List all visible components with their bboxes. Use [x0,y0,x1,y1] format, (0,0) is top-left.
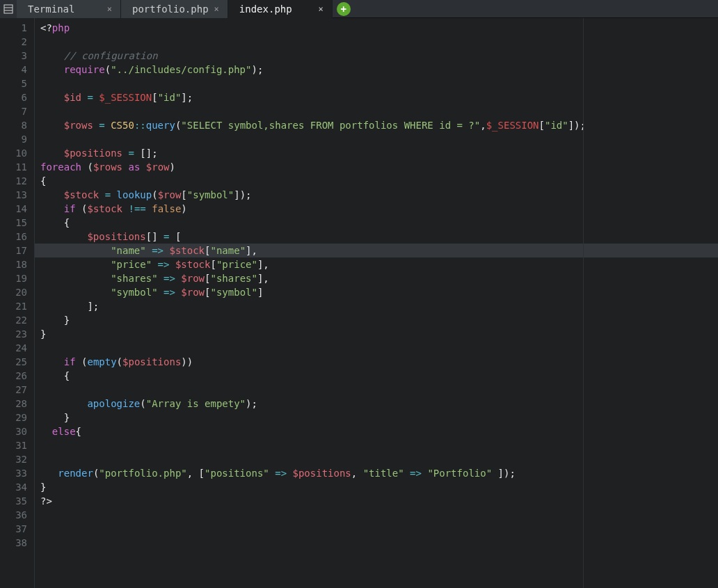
code-line[interactable]: } [40,313,718,327]
code-line[interactable]: $rows = CS50::query("SELECT symbol,share… [40,118,718,132]
code-line[interactable]: foreach ($rows as $row) [40,160,718,174]
code-line[interactable]: } [40,327,718,341]
code-line[interactable] [40,35,718,49]
code-line[interactable]: if (empty($positions)) [40,355,718,369]
svg-rect-0 [4,5,13,13]
line-number: 37 [0,522,27,536]
token-white [269,468,275,479]
new-tab-button[interactable]: + [337,2,351,16]
code-line[interactable] [40,508,718,522]
code-line[interactable] [40,438,718,452]
token-keyword: as [128,161,140,173]
code-line[interactable]: if ($stock !== false) [40,202,718,216]
token-var: $rows [64,120,93,131]
code-line[interactable]: $stock = lookup($row["symbol"]); [40,188,718,202]
token-bool: false [152,203,181,214]
code-line[interactable]: } [40,411,718,424]
code-line[interactable] [40,132,718,146]
token-punct: <? [40,22,52,33]
code-line[interactable]: $positions = []; [40,146,718,160]
line-number: 38 [0,536,27,550]
code-line[interactable]: "symbol" => $row["symbol"] [40,285,718,299]
line-number: 36 [0,508,27,522]
token-punct: ); [246,398,257,409]
code-line[interactable] [40,341,718,355]
line-number: 21 [0,299,27,313]
token-punct: ?> [40,495,52,507]
token-var: $stock [87,203,122,214]
code-line[interactable] [40,104,718,118]
token-punct: { [40,175,46,186]
close-icon[interactable]: × [107,5,112,13]
close-icon[interactable]: × [319,5,324,13]
code-line[interactable]: { [40,216,718,230]
token-punct: [] [146,231,158,242]
token-op: => [152,245,163,256]
token-white [76,356,81,367]
token-punct: , [351,468,363,479]
token-white [146,203,152,214]
line-number: 11 [0,160,27,174]
token-punct: ( [105,64,111,75]
code-line[interactable]: $positions[] = [ [40,230,718,244]
code-line[interactable]: render("portfolio.php", ["positions" => … [40,466,718,480]
token-white [287,468,292,479]
code-line[interactable]: $id = $_SESSION["id"]; [40,90,718,104]
token-var: $row [181,287,205,298]
code-line[interactable] [40,383,718,397]
token-white [169,231,175,242]
code-line[interactable]: require("../includes/config.php"); [40,63,718,77]
code-line[interactable]: <?php [40,21,718,35]
token-op: = [99,120,104,131]
line-number: 25 [0,355,27,369]
line-number: 5 [0,77,27,90]
token-string: "shares" [210,273,257,284]
token-var: $rows [93,161,122,173]
tab-terminal[interactable]: Terminal× [17,0,121,18]
token-punct: [ [152,92,157,103]
token-string: "../includes/config.php" [111,64,251,75]
token-var: $stock [169,245,205,256]
code-line[interactable]: "shares" => $row["shares"], [40,271,718,285]
code-line[interactable] [40,522,718,536]
code-line[interactable]: // configuration [40,49,718,63]
code-line[interactable]: ]; [40,299,718,313]
code-area[interactable]: <?php // configuration require("../inclu… [35,18,718,588]
token-punct: ); [251,64,263,75]
token-func: empty [87,356,116,367]
code-line[interactable]: else{ [40,424,718,438]
code-line[interactable] [40,536,718,550]
token-string: "portfolio.php" [99,468,186,479]
token-var: $row [158,189,182,200]
code-line[interactable]: { [40,174,718,188]
line-number: 1 [0,21,27,35]
code-line[interactable] [40,452,718,466]
menu-icon[interactable] [0,0,17,18]
token-string: "Portfolio" [427,468,492,479]
code-line[interactable]: { [40,369,718,383]
tab-label: portfolio.php [132,3,209,15]
token-string: "positions" [205,468,269,479]
token-white [111,189,116,200]
token-punct: } [40,482,46,493]
code-line[interactable]: "price" => $stock["price"], [40,257,718,271]
code-line[interactable]: apologize("Array is empety"); [40,397,718,411]
code-line[interactable]: ?> [40,494,718,508]
code-line[interactable]: "name" => $stock["name"], [35,244,718,257]
code-line[interactable] [40,77,718,90]
tab-index-php[interactable]: index.php× [228,0,333,18]
line-number: 12 [0,174,27,188]
line-number: 16 [0,230,27,244]
line-number: 34 [0,480,27,494]
token-punct: } [64,412,70,423]
tab-portfolio-php[interactable]: portfolio.php× [121,0,228,18]
close-icon[interactable]: × [214,5,219,13]
token-func: query [146,120,175,131]
line-number: 31 [0,438,27,452]
code-editor[interactable]: 1234567891011121314151617181920212223242… [0,18,718,588]
column-ruler [583,18,584,588]
token-white [158,231,163,242]
line-number: 33 [0,466,27,480]
token-punct: ( [87,161,93,173]
code-line[interactable]: } [40,480,718,494]
